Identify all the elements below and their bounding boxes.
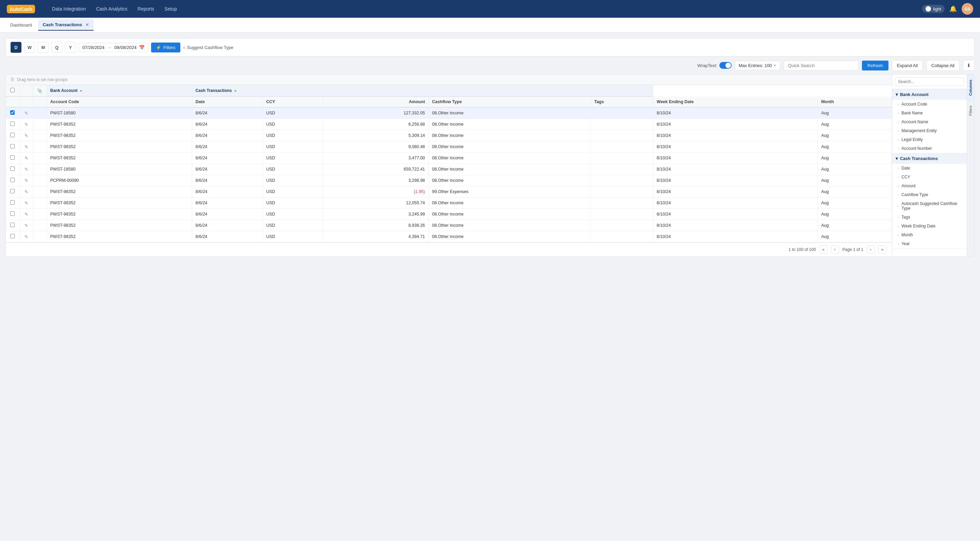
col-group-bank-account[interactable]: Bank Account » (47, 85, 192, 96)
row-group-bar[interactable]: ☰ Drag here to set row groups (6, 75, 892, 85)
edit-icon[interactable]: ✎ (24, 201, 28, 206)
row-checkbox[interactable] (10, 110, 14, 115)
row-checkbox[interactable] (10, 200, 14, 204)
row-edit-cell[interactable]: ✎ (19, 175, 33, 186)
row-edit-cell[interactable]: ✎ (19, 119, 33, 130)
refresh-button[interactable]: Refresh (862, 61, 888, 70)
page-next-button[interactable]: › (867, 246, 875, 254)
th-account-code[interactable]: Account Code (47, 96, 192, 107)
period-btn-q[interactable]: Q (51, 42, 62, 53)
row-checkbox-cell[interactable] (6, 209, 19, 220)
period-btn-d[interactable]: D (11, 42, 21, 53)
nav-reports[interactable]: Reports (137, 6, 154, 11)
row-checkbox-cell[interactable] (6, 119, 19, 130)
row-checkbox-cell[interactable] (6, 231, 19, 243)
row-checkbox-cell[interactable] (6, 175, 19, 186)
nav-data-integration[interactable]: Data Integration (52, 6, 86, 11)
row-edit-cell[interactable]: ✎ (19, 164, 33, 175)
row-checkbox[interactable] (10, 155, 14, 160)
period-btn-w[interactable]: W (24, 42, 35, 53)
row-checkbox-cell[interactable] (6, 141, 19, 153)
quick-search-input[interactable] (784, 61, 859, 70)
col-item-account-number[interactable]: › Account Number (892, 144, 967, 153)
row-checkbox[interactable] (10, 178, 14, 182)
th-date[interactable]: Date (192, 96, 263, 107)
side-tab-columns[interactable]: Columns (967, 75, 974, 101)
row-edit-cell[interactable]: ✎ (19, 107, 33, 119)
row-checkbox-cell[interactable] (6, 220, 19, 231)
col-item-month[interactable]: › Month (892, 230, 967, 239)
row-checkbox[interactable] (10, 133, 14, 137)
col-item-date[interactable]: › Date (892, 164, 967, 172)
side-tab-filters[interactable]: Filters (967, 101, 974, 121)
col-item-week-ending-date[interactable]: › Week Ending Date (892, 222, 967, 230)
page-last-button[interactable]: » (878, 246, 886, 254)
col-item-tags[interactable]: › Tags (892, 213, 967, 222)
edit-icon[interactable]: ✎ (24, 235, 28, 239)
edit-icon[interactable]: ✎ (24, 167, 28, 172)
col-select-all[interactable] (6, 85, 19, 96)
notifications-bell-icon[interactable]: 🔔 (950, 5, 957, 13)
wrap-text-toggle[interactable] (719, 62, 732, 69)
row-checkbox[interactable] (10, 211, 14, 216)
date-range-picker[interactable]: 07/28/2024 → 08/08/2024 📅 (79, 43, 148, 52)
row-edit-cell[interactable]: ✎ (19, 220, 33, 231)
select-all-checkbox[interactable] (10, 88, 14, 92)
th-tags[interactable]: Tags (591, 96, 653, 107)
edit-icon[interactable]: ✎ (24, 179, 28, 183)
row-checkbox[interactable] (10, 234, 14, 238)
period-btn-y[interactable]: Y (65, 42, 76, 53)
row-checkbox-cell[interactable] (6, 198, 19, 209)
download-button[interactable]: ⬇ (963, 60, 975, 71)
col-item-autocash-suggested[interactable]: › Autocash Suggested Cashflow Type (892, 199, 967, 213)
th-week-ending-date[interactable]: Week Ending Date (653, 96, 817, 107)
row-checkbox-cell[interactable] (6, 186, 19, 198)
edit-icon[interactable]: ✎ (24, 122, 28, 127)
avatar[interactable]: SS (962, 3, 973, 14)
max-entries-select[interactable]: Max Entries: 100 ▼ (735, 61, 780, 70)
edit-icon[interactable]: ✎ (24, 223, 28, 228)
row-checkbox-cell[interactable] (6, 153, 19, 164)
th-amount[interactable]: Amount (323, 96, 428, 107)
row-edit-cell[interactable]: ✎ (19, 153, 33, 164)
nav-setup[interactable]: Setup (164, 6, 177, 11)
row-checkbox-cell[interactable] (6, 130, 19, 141)
row-checkbox[interactable] (10, 223, 14, 227)
tab-close-icon[interactable]: ✕ (86, 22, 89, 27)
tab-cash-transactions[interactable]: Cash Transactions ✕ (38, 19, 94, 30)
th-ccy[interactable]: CCY (263, 96, 323, 107)
filters-button[interactable]: ⚡ Filters (151, 43, 180, 53)
edit-icon[interactable]: ✎ (24, 111, 28, 116)
col-group-cash-transactions[interactable]: Cash Transactions « (192, 85, 653, 96)
edit-icon[interactable]: ✎ (24, 145, 28, 150)
row-checkbox-cell[interactable] (6, 107, 19, 119)
nav-cash-analytics[interactable]: Cash Analytics (96, 6, 127, 11)
row-edit-cell[interactable]: ✎ (19, 198, 33, 209)
collapse-all-button[interactable]: Collapse All (926, 60, 959, 71)
columns-search-input[interactable] (895, 77, 964, 86)
row-checkbox-cell[interactable] (6, 164, 19, 175)
edit-icon[interactable]: ✎ (24, 134, 28, 138)
edit-icon[interactable]: ✎ (24, 212, 28, 217)
row-checkbox[interactable] (10, 166, 14, 171)
col-group-bank-title[interactable]: ▾ Bank Account (892, 89, 967, 100)
col-item-cashflow-type[interactable]: › Cashflow Type (892, 190, 967, 199)
page-first-button[interactable]: « (819, 246, 827, 254)
col-group-cash-title[interactable]: ▾ Cash Transactions (892, 153, 967, 164)
tab-dashboard[interactable]: Dashboard (5, 20, 37, 30)
expand-all-button[interactable]: Expand All (892, 60, 923, 71)
col-item-account-name[interactable]: › Account Name (892, 118, 967, 126)
theme-toggle[interactable]: light (922, 5, 945, 13)
row-edit-cell[interactable]: ✎ (19, 141, 33, 153)
suggest-cashflow-button[interactable]: ○ Suggest Cashflow Type (183, 45, 234, 50)
edit-icon[interactable]: ✎ (24, 190, 28, 195)
row-edit-cell[interactable]: ✎ (19, 231, 33, 243)
col-item-year[interactable]: › Year (892, 239, 967, 248)
row-checkbox[interactable] (10, 121, 14, 126)
period-btn-m[interactable]: M (38, 42, 49, 53)
th-cashflow-type[interactable]: Cashflow Type (428, 96, 591, 107)
col-item-amount[interactable]: › Amount (892, 182, 967, 190)
row-edit-cell[interactable]: ✎ (19, 130, 33, 141)
th-month[interactable]: Month (818, 96, 892, 107)
col-item-account-code[interactable]: › Account Code (892, 100, 967, 109)
